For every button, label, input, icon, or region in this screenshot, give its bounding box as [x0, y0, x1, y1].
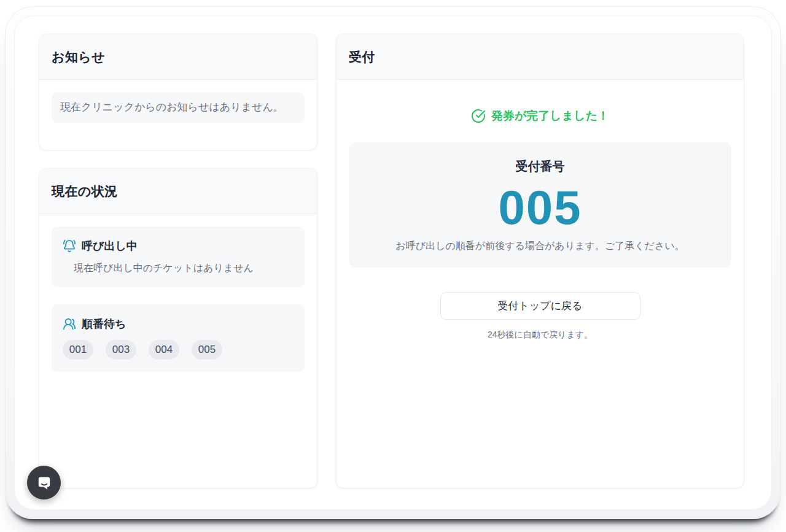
notices-card: お知らせ 現在クリニックからのお知らせはありません。: [39, 34, 317, 150]
reception-title: 受付: [349, 48, 375, 66]
waiting-label: 順番待ち: [82, 317, 126, 331]
calling-section-head: 呼び出し中: [63, 239, 294, 253]
notices-card-header: お知らせ: [39, 34, 317, 80]
calling-empty-message: 現在呼び出し中のチケットはありません: [63, 262, 294, 275]
status-card-body: 呼び出し中 現在呼び出し中のチケットはありません: [39, 214, 317, 488]
status-title: 現在の状況: [52, 183, 118, 200]
issue-success-message: 発券が完了しました！: [491, 108, 609, 124]
issue-success-row: 発券が完了しました！: [349, 108, 731, 124]
status-card-header: 現在の状況: [39, 169, 317, 214]
kiosk-screen: お知らせ 現在クリニックからのお知らせはありません。 現在の状況: [14, 15, 772, 510]
left-column: お知らせ 現在クリニックからのお知らせはありません。 現在の状況: [39, 34, 317, 488]
back-to-top-button[interactable]: 受付トップに戻る: [440, 292, 640, 320]
reception-card-body: 発券が完了しました！ 受付番号 005 お呼び出しの順番が前後する場合があります…: [337, 80, 744, 488]
status-card: 現在の状況: [39, 168, 317, 488]
reception-card: 受付 発券が完了しました！: [336, 34, 744, 488]
chat-launcher-button[interactable]: [27, 466, 61, 499]
notices-empty-message: 現在クリニックからのお知らせはありません。: [52, 92, 305, 123]
waiting-ticket-list: 001 003 004 005: [63, 340, 294, 360]
calling-label: 呼び出し中: [82, 239, 138, 253]
ticket-number-value: 005: [361, 183, 719, 231]
ticket-number-label: 受付番号: [361, 158, 719, 175]
waiting-ticket-chip: 005: [192, 340, 222, 360]
waiting-section-head: 順番待ち: [63, 317, 294, 331]
waiting-ticket-chip: 003: [106, 340, 136, 360]
reception-card-header: 受付: [337, 34, 744, 80]
notices-card-body: 現在クリニックからのお知らせはありません。: [39, 80, 317, 150]
notices-title: お知らせ: [52, 48, 105, 66]
right-column: 受付 発券が完了しました！: [336, 34, 744, 488]
tablet-frame: お知らせ 現在クリニックからのお知らせはありません。 現在の状況: [5, 6, 781, 519]
ticket-order-note: お呼び出しの順番が前後する場合があります。ご了承ください。: [361, 240, 719, 253]
waiting-section: 順番待ち 001 003 004 005: [52, 304, 305, 372]
bell-ring-icon: [63, 239, 76, 253]
auto-return-note: 24秒後に自動で戻ります。: [349, 330, 731, 341]
ticket-number-panel: 受付番号 005 お呼び出しの順番が前後する場合があります。ご了承ください。: [349, 142, 731, 268]
check-circle-icon: [471, 109, 486, 123]
users-icon: [63, 317, 76, 331]
calling-section: 呼び出し中 現在呼び出し中のチケットはありません: [52, 226, 305, 287]
waiting-ticket-chip: 001: [63, 340, 93, 360]
waiting-ticket-chip: 004: [149, 340, 179, 360]
main-content: お知らせ 現在クリニックからのお知らせはありません。 現在の状況: [15, 16, 771, 509]
chat-bubble-icon: [36, 474, 53, 492]
